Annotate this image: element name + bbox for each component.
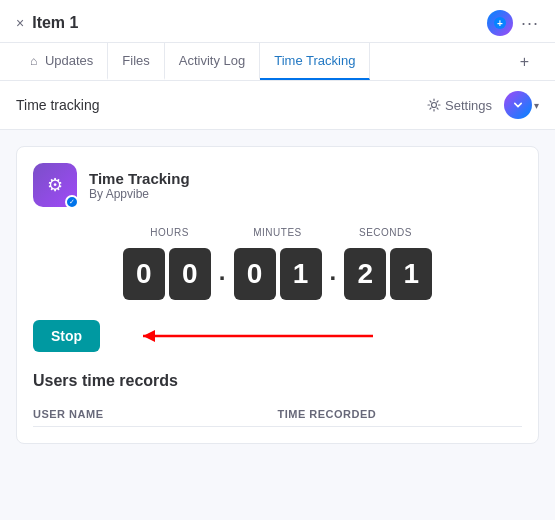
sub-header-title: Time tracking (16, 97, 100, 113)
timer-section: HOURS MINUTES SECONDS 0 0 . 0 (33, 227, 522, 300)
app-card: ⚙ ✓ Time Tracking By Appvibe HOURS MINUT… (16, 146, 539, 444)
tab-files[interactable]: Files (108, 43, 164, 80)
seconds-digit-1: 2 (344, 248, 386, 300)
app-icon-badge: ✓ (65, 195, 79, 209)
users-table-header: USER NAME TIME RECORDED (33, 402, 522, 427)
app-by: By Appvibe (89, 187, 190, 201)
tab-activity-log[interactable]: Activity Log (165, 43, 260, 80)
arrow-indicator (113, 321, 433, 351)
separator-2: . (330, 258, 337, 290)
tab-updates[interactable]: ⌂ Updates (16, 43, 108, 80)
avatar (504, 91, 532, 119)
item-title: Item 1 (32, 14, 78, 32)
tab-bar: ⌂ Updates Files Activity Log Time Tracki… (0, 43, 555, 81)
chevron-down-icon: ▾ (534, 100, 539, 111)
add-button[interactable]: + (487, 10, 513, 36)
stop-button[interactable]: Stop (33, 320, 100, 352)
svg-marker-4 (143, 330, 155, 342)
close-icon[interactable]: × (16, 15, 24, 31)
separator-1: . (219, 258, 226, 290)
users-section-title: Users time records (33, 372, 522, 390)
tab-time-tracking[interactable]: Time Tracking (260, 43, 370, 80)
minutes-group: 0 1 (234, 248, 322, 300)
hours-group: 0 0 (123, 248, 211, 300)
app-name: Time Tracking (89, 170, 190, 187)
top-bar-left: × Item 1 (16, 14, 78, 32)
sub-header-right: Settings ▾ (427, 91, 539, 119)
seconds-label: SECONDS (359, 227, 412, 238)
add-tab-button[interactable]: + (510, 45, 539, 79)
col-user-name-header: USER NAME (33, 408, 278, 420)
app-header: ⚙ ✓ Time Tracking By Appvibe (33, 163, 522, 207)
gear-icon: ⚙ (47, 174, 63, 196)
home-icon: ⌂ (30, 54, 37, 68)
minutes-label: MINUTES (253, 227, 302, 238)
seconds-group: 2 1 (344, 248, 432, 300)
timer-digits: 0 0 . 0 1 . 2 1 (33, 248, 522, 300)
svg-point-2 (432, 103, 437, 108)
main-content: ⚙ ✓ Time Tracking By Appvibe HOURS MINUT… (0, 130, 555, 520)
sub-header: Time tracking Settings ▾ (0, 81, 555, 130)
seconds-digit-2: 1 (390, 248, 432, 300)
app-icon: ⚙ ✓ (33, 163, 77, 207)
svg-text:+: + (497, 18, 503, 29)
hours-digit-1: 0 (123, 248, 165, 300)
more-options-button[interactable]: ··· (521, 13, 539, 34)
top-bar: × Item 1 + ··· (0, 0, 555, 43)
hours-digit-2: 0 (169, 248, 211, 300)
settings-button[interactable]: Settings (427, 98, 492, 113)
hours-label: HOURS (150, 227, 189, 238)
minutes-digit-1: 0 (234, 248, 276, 300)
app-info: Time Tracking By Appvibe (89, 170, 190, 201)
gear-icon (427, 98, 441, 112)
stop-btn-row: Stop (33, 320, 522, 352)
users-section: Users time records USER NAME TIME RECORD… (33, 372, 522, 427)
avatar-button[interactable]: ▾ (504, 91, 539, 119)
top-bar-right: + ··· (487, 10, 539, 36)
minutes-digit-2: 1 (280, 248, 322, 300)
col-time-recorded-header: TIME RECORDED (278, 408, 523, 420)
